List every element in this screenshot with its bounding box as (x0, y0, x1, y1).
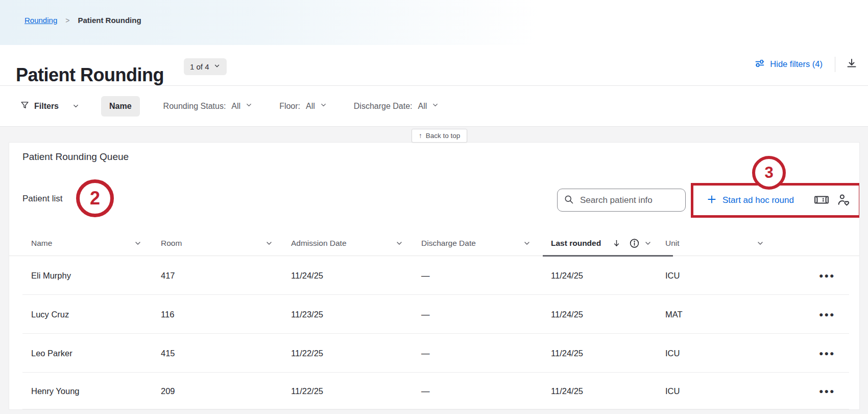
sliders-icon (754, 58, 765, 71)
breadcrumb-link-rounding[interactable]: Rounding (25, 16, 57, 25)
page-selector-label: 1 of 4 (190, 62, 209, 71)
page-selector-dropdown[interactable]: 1 of 4 (184, 58, 227, 75)
chevron-down-icon[interactable] (134, 239, 142, 247)
row-divider (22, 409, 849, 409)
cell-last-rounded: 11/24/25 (551, 349, 583, 358)
page-title: Patient Rounding (16, 64, 164, 86)
chevron-down-icon[interactable] (756, 239, 764, 247)
chevron-down-icon (320, 101, 327, 111)
patient-rounding-queue-card: Patient Rounding Queue Patient list 2 St… (9, 142, 860, 410)
cell-room: 209 (161, 386, 175, 396)
filter-rounding-status-value: All (231, 102, 240, 111)
chevron-down-icon[interactable] (395, 239, 403, 247)
hide-filters-button[interactable]: Hide filters (4) (751, 58, 826, 71)
filter-floor-label: Floor: (279, 102, 300, 111)
cell-last-rounded: 11/24/25 (551, 310, 583, 319)
annotation-step-3-number: 3 (764, 164, 773, 182)
cell-unit: ICU (665, 271, 680, 281)
chevron-down-icon (245, 101, 253, 111)
chevron-down-icon (431, 101, 439, 111)
breadcrumb: Rounding > Patient Rounding (25, 16, 141, 25)
chevron-down-icon (72, 102, 80, 110)
filters-menu[interactable]: Filters (20, 101, 80, 111)
cell-unit: ICU (665, 349, 680, 358)
filter-discharge-date-value: All (418, 102, 427, 111)
cell-room: 116 (161, 310, 174, 319)
row-menu-button[interactable]: ●●● (816, 307, 838, 321)
cell-room: 417 (161, 271, 175, 281)
cell-admission-date: 11/23/25 (291, 310, 323, 319)
filters-label: Filters (34, 102, 59, 111)
column-header-discharge-date[interactable]: Discharge Date (421, 239, 476, 248)
info-icon[interactable] (629, 238, 640, 248)
chevron-down-icon[interactable] (265, 239, 273, 247)
ticket-icon (814, 194, 829, 208)
start-ad-hoc-round-button[interactable]: Start ad hoc round (704, 194, 797, 208)
filter-discharge-date[interactable]: Discharge Date: All (351, 101, 443, 111)
annotation-step-3: 3 (752, 156, 786, 190)
queue-action-icons (814, 193, 851, 208)
annotation-step-2-number: 2 (90, 188, 100, 209)
search-input[interactable] (579, 195, 679, 206)
plus-icon (707, 194, 717, 207)
table-row: Leo Parker 415 11/22/25 — 11/24/25 ICU ●… (9, 334, 860, 373)
filter-rounding-status[interactable]: Rounding Status: All (160, 101, 256, 111)
table-row: Henry Young 209 11/22/25 — 11/24/25 ICU … (9, 373, 860, 409)
table-header: Name Room Admission Date Discharge Date … (9, 231, 860, 256)
start-ad-hoc-round-label: Start ad hoc round (722, 195, 794, 205)
chevron-down-icon[interactable] (644, 239, 652, 247)
cell-name: Henry Young (31, 386, 80, 396)
filter-floor[interactable]: Floor: All (276, 101, 330, 111)
annotation-step-2: 2 (76, 179, 114, 217)
assign-patient-button[interactable] (837, 193, 851, 208)
table-row: Eli Murphy 417 11/24/25 — 11/24/25 ICU ●… (9, 256, 860, 295)
table-row: Lucy Cruz 116 11/23/25 — 11/24/25 MAT ●●… (9, 295, 860, 334)
back-to-top-label: Back to top (426, 132, 461, 140)
cell-discharge-date: — (421, 310, 430, 319)
download-icon (846, 57, 858, 71)
column-header-last-rounded[interactable]: Last rounded (551, 239, 601, 248)
cell-unit: ICU (665, 386, 680, 396)
patient-list-label: Patient list (22, 194, 62, 204)
ticket-button[interactable] (814, 194, 829, 208)
filter-rounding-status-label: Rounding Status: (163, 102, 226, 111)
title-actions: Hide filters (4) (751, 56, 859, 72)
queue-section-title: Patient Rounding Queue (22, 151, 129, 163)
download-button[interactable] (845, 56, 859, 72)
chevron-down-icon[interactable] (523, 239, 531, 247)
funnel-icon (20, 101, 29, 111)
cell-admission-date: 11/24/25 (291, 271, 323, 281)
hide-filters-label: Hide filters (4) (770, 59, 823, 69)
sort-descending-icon[interactable] (612, 239, 621, 247)
patient-rounding-page: Rounding > Patient Rounding Patient Roun… (0, 0, 868, 414)
up-arrow-icon: ↑ (419, 132, 422, 140)
title-bar: Patient Rounding 1 of 4 Hide filters (4) (0, 45, 868, 86)
row-menu-button[interactable]: ●●● (816, 346, 838, 360)
column-header-name[interactable]: Name (31, 239, 52, 248)
patient-search (557, 189, 686, 212)
cell-name: Lucy Cruz (31, 310, 69, 319)
breadcrumb-band: Rounding > Patient Rounding (0, 0, 868, 45)
divider (835, 57, 835, 72)
person-heart-icon (837, 193, 851, 208)
column-header-unit[interactable]: Unit (665, 239, 680, 248)
cell-admission-date: 11/22/25 (291, 349, 323, 358)
filter-floor-value: All (306, 102, 315, 111)
cell-room: 415 (161, 349, 175, 358)
cell-last-rounded: 11/24/25 (551, 271, 583, 281)
column-header-room[interactable]: Room (161, 239, 182, 248)
cell-discharge-date: — (421, 271, 430, 281)
row-menu-button[interactable]: ●●● (816, 384, 838, 398)
filter-bar: Filters Name Rounding Status: All Floor:… (0, 86, 868, 127)
filter-discharge-date-label: Discharge Date: (354, 102, 413, 111)
cell-name: Eli Murphy (31, 271, 71, 281)
search-icon (564, 194, 574, 206)
row-menu-button[interactable]: ●●● (816, 268, 838, 283)
cell-last-rounded: 11/24/25 (551, 386, 583, 396)
column-header-admission-date[interactable]: Admission Date (291, 239, 347, 248)
cell-discharge-date: — (421, 386, 430, 396)
cell-discharge-date: — (421, 349, 430, 358)
filter-chip-name[interactable]: Name (101, 96, 140, 117)
chevron-down-icon (213, 62, 221, 71)
back-to-top-button[interactable]: ↑ Back to top (412, 129, 467, 143)
